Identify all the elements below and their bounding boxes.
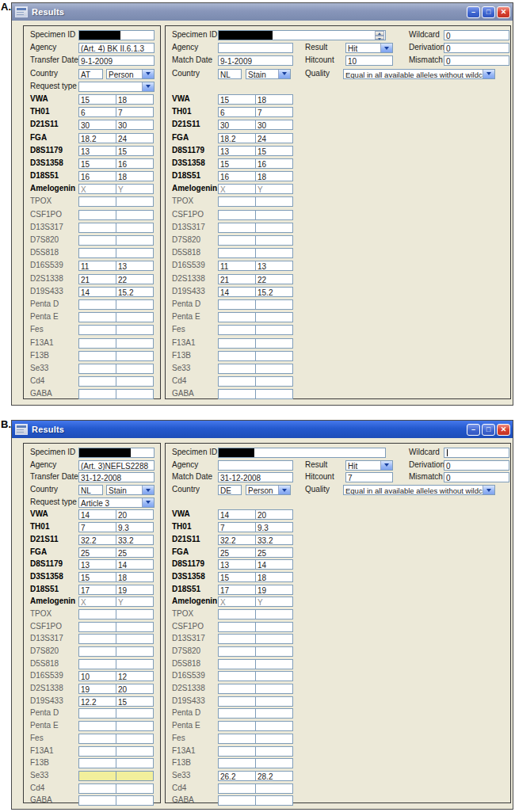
allele-field[interactable]: 19 — [78, 684, 116, 694]
allele-field[interactable] — [78, 634, 116, 644]
allele-field[interactable] — [116, 351, 154, 361]
allele-field[interactable]: Y — [116, 184, 154, 194]
transfer-date-input[interactable]: 9-1-2009 — [78, 55, 154, 66]
allele-field[interactable]: 25 — [116, 547, 154, 558]
allele-field[interactable] — [116, 248, 154, 258]
close-button-icon[interactable]: ✕ — [497, 424, 510, 436]
allele-field[interactable] — [78, 771, 116, 781]
allele-field[interactable]: X — [78, 597, 116, 607]
allele-field[interactable]: 20 — [116, 509, 154, 520]
allele-field[interactable] — [218, 235, 256, 246]
allele-field[interactable] — [255, 622, 293, 632]
maximize-button-icon[interactable]: □ — [482, 424, 495, 436]
allele-field[interactable]: X — [78, 184, 116, 194]
allele-field[interactable]: 7 — [255, 107, 293, 117]
allele-field[interactable]: 22 — [255, 274, 293, 284]
allele-field[interactable] — [116, 338, 154, 349]
allele-field[interactable] — [218, 646, 256, 657]
allele-field[interactable] — [78, 299, 116, 310]
allele-field[interactable]: 20 — [255, 509, 293, 520]
allele-field[interactable]: 25 — [255, 547, 293, 558]
allele-field[interactable]: 15 — [116, 696, 154, 707]
allele-field[interactable]: 14 — [78, 287, 116, 297]
allele-field[interactable] — [78, 746, 116, 757]
dropdown-arrow-icon[interactable] — [142, 70, 154, 78]
allele-field[interactable]: 18 — [255, 171, 293, 181]
quality-dropdown[interactable]: Equal in all available alleles without w… — [343, 485, 495, 495]
allele-field[interactable]: X — [218, 184, 256, 194]
allele-field[interactable]: 32.2 — [78, 535, 116, 545]
allele-field[interactable] — [218, 325, 256, 335]
allele-field[interactable] — [255, 609, 293, 619]
allele-field[interactable] — [116, 299, 154, 310]
match-date-input[interactable]: 31-12-2008 — [218, 472, 293, 482]
allele-field[interactable] — [78, 351, 116, 361]
allele-field[interactable] — [78, 210, 116, 220]
allele-field[interactable]: 15 — [116, 146, 154, 156]
allele-field[interactable]: 11 — [218, 261, 256, 271]
allele-field[interactable]: 14 — [116, 559, 154, 570]
agency-input[interactable] — [218, 460, 293, 471]
allele-field[interactable] — [116, 708, 154, 719]
allele-field[interactable] — [78, 338, 116, 349]
allele-field[interactable] — [255, 223, 293, 233]
allele-field[interactable]: 15 — [78, 572, 116, 582]
derivation-input[interactable]: 0 — [444, 43, 509, 53]
allele-field[interactable] — [78, 389, 116, 399]
dropdown-arrow-icon[interactable] — [380, 44, 392, 52]
allele-field[interactable] — [78, 235, 116, 246]
allele-field[interactable] — [116, 223, 154, 233]
allele-field[interactable]: X — [218, 597, 256, 607]
allele-field[interactable] — [255, 299, 293, 310]
allele-field[interactable]: 33.2 — [255, 535, 293, 545]
allele-field[interactable]: 15 — [218, 158, 256, 169]
allele-field[interactable] — [78, 248, 116, 258]
allele-field[interactable] — [255, 196, 293, 207]
allele-field[interactable]: 14 — [218, 509, 256, 520]
allele-field[interactable] — [218, 210, 256, 220]
allele-field[interactable] — [218, 795, 256, 806]
allele-field[interactable]: 24 — [255, 133, 293, 143]
allele-field[interactable]: 18 — [255, 572, 293, 582]
allele-field[interactable]: 18.2 — [78, 133, 116, 143]
allele-field[interactable] — [218, 671, 256, 681]
match-date-input[interactable]: 9-1-2009 — [218, 55, 293, 66]
allele-field[interactable]: 18 — [116, 94, 154, 105]
allele-field[interactable] — [255, 758, 293, 768]
allele-field[interactable] — [116, 235, 154, 246]
allele-field[interactable]: 13 — [218, 146, 256, 156]
allele-field[interactable] — [116, 210, 154, 220]
allele-field[interactable]: 17 — [78, 585, 116, 595]
allele-field[interactable]: Y — [255, 597, 293, 607]
allele-field[interactable]: 12.2 — [78, 696, 116, 707]
titlebar[interactable]: Results – □ ✕ — [12, 3, 513, 21]
allele-field[interactable]: 14 — [255, 559, 293, 570]
allele-field[interactable] — [78, 734, 116, 744]
allele-field[interactable]: 18 — [255, 94, 293, 105]
allele-field[interactable] — [255, 795, 293, 806]
allele-field[interactable] — [255, 248, 293, 258]
allele-field[interactable]: 7 — [218, 522, 256, 532]
allele-field[interactable] — [116, 325, 154, 335]
allele-field[interactable]: 30 — [116, 120, 154, 130]
dropdown-arrow-icon[interactable] — [142, 486, 154, 494]
allele-field[interactable]: 21 — [78, 274, 116, 284]
derivation-input[interactable]: 0 — [444, 460, 509, 471]
allele-field[interactable] — [255, 696, 293, 707]
specimen-type-dropdown[interactable]: Stain — [246, 69, 291, 79]
allele-field[interactable]: 13 — [78, 559, 116, 570]
allele-field[interactable] — [78, 758, 116, 768]
allele-field[interactable] — [218, 351, 256, 361]
allele-field[interactable]: 6 — [78, 107, 116, 117]
allele-field[interactable] — [255, 659, 293, 669]
minimize-button-icon[interactable]: – — [467, 424, 480, 436]
allele-field[interactable]: 7 — [116, 107, 154, 117]
wildcard-input[interactable] — [444, 448, 509, 458]
allele-field[interactable]: 22 — [116, 274, 154, 284]
allele-field[interactable] — [218, 696, 256, 707]
dropdown-arrow-icon[interactable] — [142, 82, 154, 91]
allele-field[interactable] — [255, 646, 293, 657]
allele-field[interactable] — [255, 721, 293, 731]
allele-field[interactable] — [218, 622, 256, 632]
close-button-icon[interactable]: ✕ — [497, 6, 510, 18]
